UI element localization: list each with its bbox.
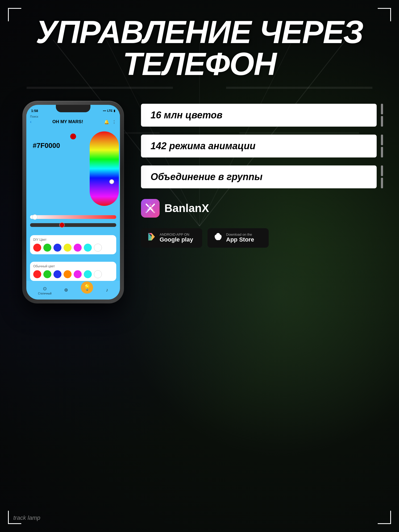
app-action-icons: 🔔 ⋮ — [104, 119, 116, 124]
color-wheel-handle[interactable] — [109, 179, 114, 184]
normal-label: Обычный цвет — [33, 264, 113, 268]
app-header: Поиск ‹ OH MY MARS! 🔔 ⋮ — [26, 114, 120, 126]
normal-swatch-pink[interactable] — [74, 270, 82, 278]
feature-text-1: 16 млн цветов — [151, 110, 222, 121]
app-store-main: App Store — [226, 236, 254, 243]
group-icon: ⊕ — [64, 287, 68, 293]
color-slider[interactable] — [30, 223, 116, 227]
corner-bracket-tl — [8, 8, 24, 24]
normal-color-section: Обычный цвет — [30, 262, 116, 281]
lamp-icon: 💡 — [84, 284, 91, 291]
corner-bracket-tr — [375, 8, 391, 24]
status-icons: ▪▪▪ LTE ▮ — [103, 109, 115, 113]
swatch-yellow[interactable] — [64, 244, 72, 252]
swatch-magenta[interactable] — [74, 244, 82, 252]
normal-swatch-teal[interactable] — [84, 270, 92, 278]
selected-color-dot — [70, 134, 76, 139]
feature-line — [381, 147, 383, 157]
feature-line — [381, 104, 383, 114]
app-name: OH MY MARS! — [52, 119, 83, 124]
diy-label: DIY Цвет — [33, 238, 113, 242]
swatch-red[interactable] — [33, 244, 41, 252]
brightness-thumb[interactable] — [32, 214, 38, 220]
title-section: УПРАВЛЕНИЕ ЧЕРЕЗ ТЕЛЕФОН — [0, 0, 399, 90]
store-buttons: ANDROID APP ON Google play Download on t… — [141, 228, 383, 248]
battery-icon: ▮ — [114, 109, 115, 113]
app-store-sub: Download on the — [226, 233, 254, 236]
feature-lines-1 — [381, 104, 383, 127]
color-picker-area: #7F0000 — [30, 131, 116, 217]
music-icon: ♪ — [106, 287, 108, 293]
feature-lines-3 — [381, 165, 383, 188]
app-title-row: ‹ OH MY MARS! 🔔 ⋮ — [30, 119, 116, 124]
feature-badge-1: 16 млн цветов — [141, 104, 377, 127]
diy-swatches — [33, 244, 113, 252]
brightness-slider[interactable] — [30, 215, 116, 219]
corner-bracket-br — [375, 508, 391, 524]
brand-logo-icon — [145, 203, 156, 214]
normal-swatches — [33, 270, 113, 278]
back-button[interactable]: ‹ — [30, 119, 31, 124]
nav-static[interactable]: ⊙ Статичный — [38, 286, 52, 295]
fab-button[interactable]: 💡 — [81, 281, 93, 294]
normal-swatch-green[interactable] — [43, 270, 51, 278]
apple-icon — [213, 232, 223, 244]
nav-static-label: Статичный — [38, 292, 52, 295]
google-play-icon — [147, 232, 156, 244]
feature-line — [381, 116, 383, 127]
diy-color-section: DIY Цвет — [30, 235, 116, 254]
feature-row-1: 16 млн цветов — [141, 104, 383, 127]
nav-group[interactable]: ⊕ — [64, 287, 68, 293]
feature-badge-2: 142 режима анимации — [141, 135, 377, 157]
google-play-main: Google play — [160, 236, 193, 243]
svg-marker-16 — [152, 233, 155, 240]
feature-line — [381, 178, 383, 188]
normal-swatch-blue[interactable] — [53, 270, 61, 278]
color-thumb[interactable] — [59, 222, 65, 228]
brand-name: BanlanX — [164, 202, 209, 215]
feature-row-2: 142 режима анимации — [141, 135, 383, 157]
sliders-area — [30, 215, 116, 231]
nav-music[interactable]: ♪ — [106, 287, 108, 293]
corner-bracket-bl — [8, 508, 24, 524]
phone-mockup: 1:58 ▪▪▪ LTE ▮ Поиск ‹ OH MY MARS! — [23, 101, 124, 303]
normal-swatch-orange[interactable] — [64, 270, 72, 278]
app-search-bar: Поиск — [30, 115, 116, 118]
app-store-button[interactable]: Download on the App Store — [207, 228, 269, 248]
phone-notch — [56, 105, 90, 112]
page-content: УПРАВЛЕНИЕ ЧЕРЕЗ ТЕЛЕФОН 1:58 ▪▪▪ LTE ▮ — [0, 0, 399, 532]
feature-text-3: Объединение в группы — [151, 171, 263, 182]
brand-logo — [141, 199, 160, 218]
phone-section: 1:58 ▪▪▪ LTE ▮ Поиск ‹ OH MY MARS! — [16, 101, 130, 303]
alarm-icon[interactable]: 🔔 — [104, 119, 109, 124]
feature-text-2: 142 режима анимации — [151, 140, 255, 152]
feature-line — [381, 135, 383, 145]
google-play-button[interactable]: ANDROID APP ON Google play — [141, 228, 202, 248]
google-play-sub: ANDROID APP ON — [160, 233, 193, 236]
normal-swatch-red[interactable] — [33, 270, 41, 278]
features-section: 16 млн цветов 142 режима анимации — [141, 96, 383, 248]
status-time: 1:58 — [31, 109, 38, 113]
swatch-cyan[interactable] — [84, 244, 92, 252]
swatch-white[interactable] — [94, 244, 102, 252]
feature-line — [381, 165, 383, 176]
feature-row-3: Объединение в группы — [141, 165, 383, 188]
menu-icon[interactable]: ⋮ — [112, 119, 116, 124]
normal-swatch-white[interactable] — [94, 270, 102, 278]
app-store-text: Download on the App Store — [226, 233, 254, 243]
feature-lines-2 — [381, 135, 383, 157]
static-icon: ⊙ — [43, 286, 47, 292]
main-body: 1:58 ▪▪▪ LTE ▮ Поиск ‹ OH MY MARS! — [0, 90, 399, 303]
bottom-navigation: ⊙ Статичный ⊕ 💡 ♪ — [26, 281, 120, 300]
brand-section: BanlanX — [141, 199, 383, 218]
lte-label: LTE — [107, 109, 113, 112]
rainbow-color-wheel[interactable] — [90, 131, 119, 206]
google-play-text: ANDROID APP ON Google play — [160, 233, 193, 243]
swatch-green[interactable] — [43, 244, 51, 252]
page-title: УПРАВЛЕНИЕ ЧЕРЕЗ ТЕЛЕФОН — [21, 16, 378, 80]
swatch-blue[interactable] — [53, 244, 61, 252]
signal-icon: ▪▪▪ — [103, 109, 106, 112]
svg-point-18 — [217, 233, 219, 235]
feature-badge-3: Объединение в группы — [141, 165, 377, 188]
phone-screen: 1:58 ▪▪▪ LTE ▮ Поиск ‹ OH MY MARS! — [26, 105, 120, 300]
